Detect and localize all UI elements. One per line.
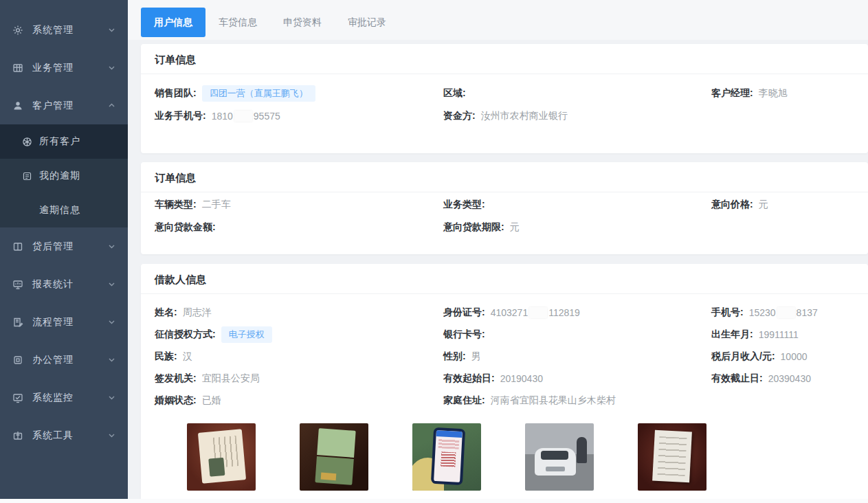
field-row: 销售团队: 四团一营（直属王鹏飞） 区域: 客户经理: 李晓旭 bbox=[141, 82, 868, 104]
field-business-type: 业务类型: bbox=[443, 199, 711, 211]
sidebar-subitem-label: 逾期信息 bbox=[39, 204, 80, 216]
tab-user-info[interactable]: 用户信息 bbox=[141, 8, 205, 37]
section-title: 订单信息 bbox=[141, 44, 868, 74]
sidebar-subitem-overdue-info[interactable]: 逾期信息 bbox=[0, 193, 128, 227]
sidebar-item-label: 系统管理 bbox=[32, 24, 108, 36]
flow-icon bbox=[12, 317, 23, 328]
field-id-number: 身份证号: 4103271112819 bbox=[443, 306, 711, 319]
report-icon bbox=[12, 279, 23, 290]
id-suffix: 112819 bbox=[548, 307, 580, 318]
field-value: 元 bbox=[510, 221, 520, 234]
field-business-phone: 业务手机号: 181095575 bbox=[141, 110, 443, 122]
sales-team-tag: 四团一营（直属王鹏飞） bbox=[202, 85, 315, 102]
borrower-info-card: 借款人信息 姓名: 周志洋 身份证号: 4103271112819 手机号: 1… bbox=[141, 264, 868, 503]
section-title: 订单信息 bbox=[141, 162, 868, 192]
photo-id-card[interactable] bbox=[187, 423, 256, 491]
field-home-address: 家庭住址: 河南省宜阳县花果山乡木柴村 bbox=[443, 394, 711, 407]
sidebar-item-label: 系统监控 bbox=[32, 392, 108, 404]
field-row: 业务手机号: 181095575 资金方: 汝州市农村商业银行 bbox=[141, 104, 868, 127]
redacted-block bbox=[777, 307, 795, 318]
chevron-down-icon bbox=[108, 356, 115, 364]
field-label: 有效截止日: bbox=[711, 372, 763, 385]
sidebar-item-system-monitor[interactable]: 系统监控 bbox=[0, 379, 128, 416]
booklet-bottom bbox=[315, 456, 354, 485]
field-label: 婚姻状态: bbox=[155, 394, 197, 407]
field-value: 二手车 bbox=[202, 199, 231, 211]
sidebar-item-report-stats[interactable]: 报表统计 bbox=[0, 265, 128, 303]
sidebar-menu: 系统管理 业务管理 客户管理 所有客户 bbox=[0, 0, 128, 454]
green-booklet-graphic bbox=[315, 428, 355, 486]
gear-icon bbox=[12, 25, 23, 36]
phone-prefix: 15230 bbox=[749, 307, 776, 318]
order-info-card-2: 订单信息 车辆类型: 二手车 业务类型: 意向价格: 元 意向贷款金额: bbox=[141, 162, 868, 254]
chevron-down-icon bbox=[108, 26, 115, 34]
photo-vehicle-register-book[interactable] bbox=[300, 423, 368, 491]
field-label: 销售团队: bbox=[155, 87, 197, 100]
photo-item: 人车合影 bbox=[525, 423, 594, 503]
sidebar-item-system-tools[interactable]: 系统工具 bbox=[0, 416, 128, 454]
photo-item: 身份证 bbox=[187, 423, 256, 503]
field-value: 152308137 bbox=[749, 307, 818, 318]
sidebar: 系统管理 业务管理 客户管理 所有客户 bbox=[0, 0, 128, 503]
field-value: 宜阳县公安局 bbox=[202, 372, 260, 385]
sidebar-item-business-mgmt[interactable]: 业务管理 bbox=[0, 49, 128, 87]
field-value: 20390430 bbox=[768, 373, 811, 384]
field-label: 税后月收入/元: bbox=[711, 350, 775, 363]
tab-label: 用户信息 bbox=[154, 16, 192, 29]
sidebar-item-process-mgmt[interactable]: 流程管理 bbox=[0, 303, 128, 341]
sidebar-subitem-all-customers[interactable]: 所有客户 bbox=[0, 124, 128, 159]
redacted-block bbox=[529, 307, 547, 318]
field-value: 10000 bbox=[781, 351, 808, 362]
field-label: 意向价格: bbox=[711, 199, 753, 211]
tab-approval-records[interactable]: 审批记录 bbox=[335, 8, 399, 37]
sidebar-subitem-my-overdue[interactable]: 我的逾期 bbox=[0, 159, 128, 193]
sidebar-item-label: 报表统计 bbox=[32, 278, 108, 291]
grid-icon bbox=[12, 63, 23, 74]
sidebar-item-label: 客户管理 bbox=[32, 100, 108, 112]
field-value: 汉 bbox=[183, 350, 192, 363]
horizontal-scrollbar[interactable] bbox=[0, 499, 868, 503]
photo-paper-document[interactable] bbox=[638, 423, 706, 491]
sidebar-item-label: 贷后管理 bbox=[32, 241, 108, 253]
field-name: 姓名: 周志洋 bbox=[141, 306, 443, 319]
photo-item: 其他材料 bbox=[638, 423, 706, 503]
chevron-down-icon bbox=[108, 64, 115, 71]
chevron-down-icon bbox=[108, 243, 115, 250]
paper-graphic bbox=[652, 430, 692, 483]
phone-suffix: 8137 bbox=[797, 307, 818, 318]
field-sales-team: 销售团队: 四团一营（直属王鹏飞） bbox=[141, 85, 443, 102]
phone-prefix: 1810 bbox=[212, 111, 233, 122]
chevron-down-icon bbox=[108, 394, 115, 401]
field-issuer: 签发机关: 宜阳县公安局 bbox=[141, 372, 443, 385]
photo-credit-auth-phone[interactable] bbox=[412, 423, 481, 491]
car-windshield bbox=[541, 451, 568, 460]
book-icon bbox=[12, 241, 23, 252]
customers-icon bbox=[22, 137, 32, 147]
sidebar-item-customer-mgmt[interactable]: 客户管理 bbox=[0, 87, 128, 124]
field-label: 银行卡号: bbox=[443, 328, 485, 341]
sidebar-item-system-mgmt[interactable]: 系统管理 bbox=[0, 11, 128, 49]
sidebar-item-office-mgmt[interactable]: 办公管理 bbox=[0, 341, 128, 379]
field-birth: 出生年月: 19911111 bbox=[711, 328, 868, 341]
tab-car-loan-info[interactable]: 车贷信息 bbox=[205, 8, 270, 37]
phone-graphic bbox=[431, 427, 465, 485]
customer-mgmt-submenu: 所有客户 我的逾期 逾期信息 bbox=[0, 124, 128, 227]
field-valid-from: 有效起始日: 20190430 bbox=[443, 372, 711, 385]
photo-item: 征信授权 bbox=[412, 423, 481, 503]
field-label: 区域: bbox=[443, 87, 466, 100]
field-income: 税后月收入/元: 10000 bbox=[711, 350, 868, 363]
phone-header-bar bbox=[436, 430, 462, 438]
phone-suffix: 95575 bbox=[254, 111, 280, 122]
tab-loan-application-docs[interactable]: 申贷资料 bbox=[270, 8, 335, 37]
sidebar-item-postloan-mgmt[interactable]: 贷后管理 bbox=[0, 227, 128, 265]
field-label: 业务手机号: bbox=[155, 110, 206, 122]
field-value: 4103271112819 bbox=[491, 307, 580, 318]
photo-person-with-car[interactable] bbox=[525, 423, 594, 491]
id-prefix: 4103271 bbox=[491, 307, 528, 318]
credit-auth-tag: 电子授权 bbox=[221, 326, 272, 343]
sidebar-subitem-label: 我的逾期 bbox=[39, 170, 80, 182]
field-value: 周志洋 bbox=[183, 306, 212, 319]
field-label: 手机号: bbox=[711, 306, 744, 319]
chevron-down-icon bbox=[108, 280, 115, 288]
field-row: 征信授权方式: 电子授权 银行卡号: 出生年月: 19911111 bbox=[141, 324, 868, 346]
